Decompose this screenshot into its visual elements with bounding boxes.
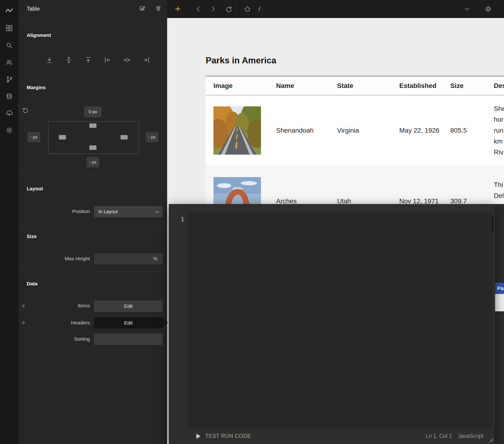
users-icon[interactable] — [0, 58, 18, 67]
position-label: Position — [18, 208, 90, 214]
park-established: May 22, 1926 — [399, 125, 439, 136]
page-path[interactable]: / — [255, 0, 263, 18]
editor-status-bar: TEST RUN CODE Ln 1, Col 1 JavaScript — [169, 428, 495, 444]
popup-anchor-caret — [163, 318, 168, 327]
components-grid-icon[interactable] — [0, 24, 18, 32]
state-tree-selected-item[interactable]: Pa — [495, 283, 504, 294]
edit-icon[interactable] — [139, 5, 145, 12]
right-panel-sliver: Pa — [495, 204, 504, 444]
position-select-value: In Layout — [98, 209, 118, 214]
code-input-area[interactable] — [187, 213, 492, 428]
margin-right-handle[interactable] — [121, 135, 128, 139]
inspector-header: Table — [18, 0, 167, 18]
park-name: Shenandoah — [276, 127, 314, 134]
margin-left-handle[interactable] — [59, 135, 66, 139]
park-description: She hor run km Riv — [494, 103, 504, 158]
margin-top-handle[interactable] — [89, 123, 96, 128]
headers-label: Headers — [18, 320, 90, 326]
margin-bottom-button[interactable]: - px — [87, 157, 99, 167]
editor-line-number: 1 — [169, 213, 187, 428]
align-right-icon[interactable] — [143, 56, 150, 64]
settings-icon[interactable] — [0, 126, 18, 134]
autumn-road-photo — [214, 106, 261, 155]
margins-diagram — [48, 121, 139, 154]
max-height-input[interactable] — [94, 253, 147, 264]
column-header: Name — [276, 82, 294, 90]
data-section-label: Data — [27, 281, 37, 287]
chevron-down-icon — [155, 210, 159, 214]
play-icon[interactable] — [197, 434, 200, 439]
page-title: Parks in America — [206, 56, 276, 65]
table-row: Shenandoah Virginia May 22, 1926 805.5 S… — [206, 95, 504, 166]
state-preview-box — [495, 294, 504, 311]
park-state: Virginia — [337, 127, 359, 134]
headers-edit-button[interactable]: Edit — [94, 317, 163, 329]
add-icon: + — [175, 0, 181, 18]
selected-component-title: Table — [27, 6, 40, 12]
test-run-code-button[interactable]: TEST RUN CODE — [205, 433, 251, 439]
margins-section-label: Margins — [27, 85, 46, 90]
database-icon[interactable] — [0, 92, 18, 101]
trash-icon[interactable] — [155, 5, 162, 12]
cursor-position: Ln 1, Col 1 — [426, 433, 452, 439]
editor-scrollbar-thumb[interactable] — [492, 216, 493, 232]
column-header: Established — [399, 82, 436, 90]
size-section-label: Size — [27, 234, 37, 239]
align-vertical-center-icon[interactable] — [65, 56, 72, 64]
alignment-section: Alignment — [18, 18, 167, 80]
code-editor-popup: 1 TEST RUN CODE Ln 1, Col 1 JavaScript — [169, 204, 495, 444]
layout-section: Layout Position In Layout — [18, 175, 167, 225]
max-height-unit: % — [147, 253, 163, 264]
app-logo-icon[interactable] — [0, 6, 18, 15]
align-horizontal-center-icon[interactable] — [123, 56, 131, 64]
align-top-icon[interactable] — [84, 56, 92, 64]
left-icon-rail — [0, 0, 18, 444]
position-select[interactable]: In Layout — [94, 206, 163, 217]
reset-icon[interactable] — [22, 107, 28, 113]
deploy-cloud-icon[interactable] — [0, 109, 18, 117]
margin-bottom-handle[interactable] — [89, 145, 96, 150]
margins-section: Margins 0 px - px - px - px — [18, 80, 167, 175]
home-icon[interactable] — [243, 0, 252, 18]
inspector-panel: Table Alignment — [18, 0, 167, 444]
margin-right-button[interactable]: - px — [146, 132, 158, 142]
app-root: Table Alignment — [0, 0, 504, 444]
park-size: 805.5 — [450, 127, 467, 134]
refresh-icon[interactable] — [224, 0, 233, 18]
column-header: Size — [450, 82, 464, 90]
align-left-icon[interactable] — [104, 56, 111, 64]
dropdown-chevron-icon[interactable] — [463, 0, 471, 18]
sorting-field[interactable] — [94, 333, 163, 345]
items-label: Items — [18, 303, 90, 309]
data-section: Data Items Edit Headers Edit Sorting — [18, 272, 167, 444]
resize-handle-icon[interactable] — [489, 438, 494, 443]
layout-section-label: Layout — [27, 186, 43, 191]
column-header: State — [337, 82, 353, 90]
size-section: Size Max Height % — [18, 225, 167, 272]
add-component-button[interactable]: + — [173, 0, 182, 18]
alignment-section-label: Alignment — [27, 32, 51, 38]
canvas-toolbar: + / — [167, 0, 504, 18]
language-label: JavaScript — [458, 433, 484, 439]
align-bottom-icon[interactable] — [46, 56, 53, 64]
search-icon[interactable] — [0, 41, 18, 50]
sorting-label: Sorting — [18, 336, 90, 342]
debug-sun-icon[interactable] — [484, 0, 493, 18]
margin-left-button[interactable]: - px — [27, 132, 40, 142]
back-chevron-icon[interactable] — [194, 0, 203, 18]
margin-top-button[interactable]: 0 px — [84, 106, 102, 117]
table-header-row: Image Name State Established Size Descri… — [206, 76, 504, 95]
column-header: Description — [494, 82, 504, 90]
forward-chevron-icon[interactable] — [209, 0, 217, 18]
git-branch-icon[interactable] — [0, 75, 18, 84]
max-height-label: Max Height — [18, 256, 90, 261]
column-header: Image — [214, 82, 233, 90]
items-edit-button[interactable]: Edit — [94, 300, 163, 312]
